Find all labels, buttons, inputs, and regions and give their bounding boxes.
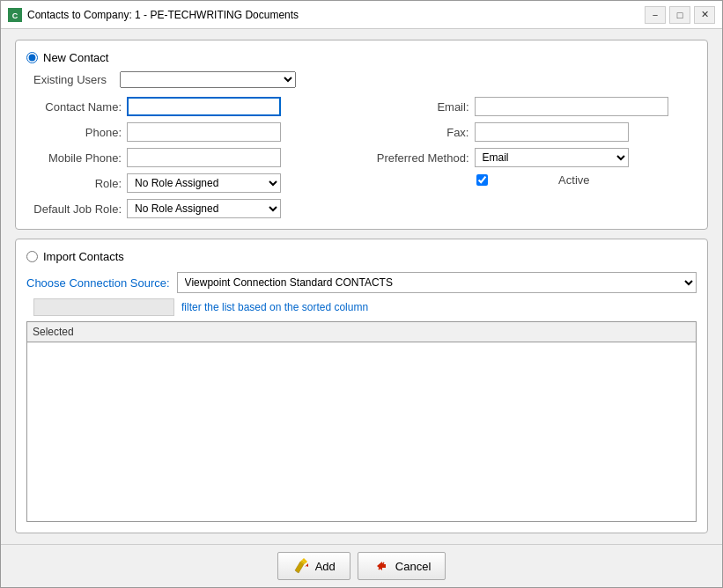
new-contact-label[interactable]: New Contact [43,51,108,64]
active-row: Active [476,173,697,187]
form-left-col: Contact Name: Phone: Mobile Phone: Role: [33,97,358,218]
filter-row: filter the list based on the sorted colu… [33,298,697,316]
preferred-method-row: Preferred Method: Email Phone Fax [373,148,697,167]
maximize-button[interactable]: □ [669,6,690,24]
contact-form: Contact Name: Phone: Mobile Phone: Role: [33,97,697,218]
form-right-col: Email: Fax: Preferred Method: Email Phon… [373,97,697,218]
existing-users-select[interactable] [120,71,296,88]
import-contacts-section: Import Contacts Choose Connection Source… [15,239,708,533]
active-checkbox[interactable] [476,174,488,186]
svg-text:C: C [12,11,18,20]
add-button-label: Add [315,560,336,573]
existing-users-label: Existing Users [33,73,113,86]
cancel-button-label: Cancel [395,560,431,573]
new-contact-section: New Contact Existing Users Contact Name: [15,40,708,230]
fax-input[interactable] [475,122,629,142]
title-bar: C Contacts to Company: 1 - PE-TECHWRITIN… [1,1,722,29]
cancel-button[interactable]: Cancel [358,552,446,580]
mobile-phone-label: Mobile Phone: [33,151,122,165]
new-contact-radio-row: New Contact [26,51,697,64]
cancel-icon [373,557,390,575]
main-window: C Contacts to Company: 1 - PE-TECHWRITIN… [0,0,723,588]
window-title: Contacts to Company: 1 - PE-TECHWRITING … [27,9,299,21]
title-bar-left: C Contacts to Company: 1 - PE-TECHWRITIN… [8,8,299,22]
filter-text: filter the list based on the sorted colu… [181,301,368,313]
title-bar-controls: − □ ✕ [645,6,715,24]
role-row: Role: No Role Assigned [33,173,358,193]
phone-row: Phone: [33,122,358,142]
new-contact-radio[interactable] [26,52,38,63]
filter-input[interactable] [33,298,174,316]
existing-users-row: Existing Users [33,71,697,88]
connection-source-select[interactable]: Viewpoint Connection Standard CONTACTS [177,272,697,293]
default-job-role-select[interactable]: No Role Assigned [127,199,281,218]
phone-label: Phone: [33,126,122,139]
contact-name-label: Contact Name: [33,100,122,114]
contact-name-row: Contact Name: [33,97,358,116]
app-icon: C [8,8,22,22]
import-contacts-label[interactable]: Import Contacts [43,250,124,263]
main-content: New Contact Existing Users Contact Name: [1,29,722,544]
fax-label: Fax: [373,126,469,139]
connection-source-label: Choose Connection Source: [26,276,170,290]
preferred-method-select[interactable]: Email Phone Fax [475,148,629,167]
role-label: Role: [33,177,122,190]
contacts-table: Selected [26,321,697,522]
minimize-button[interactable]: − [645,6,666,24]
role-select[interactable]: No Role Assigned [127,173,281,193]
contact-name-input[interactable] [127,97,281,116]
mobile-phone-input[interactable] [127,148,281,167]
phone-input[interactable] [127,122,281,142]
import-contacts-header: Import Contacts [26,250,697,263]
contacts-table-selected-header: Selected [27,322,696,342]
add-icon [292,557,310,575]
mobile-phone-row: Mobile Phone: [33,148,358,167]
default-job-role-row: Default Job Role: No Role Assigned [33,199,358,218]
import-contacts-radio[interactable] [26,251,38,262]
fax-row: Fax: [373,122,697,142]
bottom-bar: Add Cancel [1,544,722,587]
close-button[interactable]: ✕ [694,6,715,24]
active-label: Active [493,173,590,187]
email-label: Email: [373,100,469,114]
email-row: Email: [373,97,697,116]
connection-source-row: Choose Connection Source: Viewpoint Conn… [26,272,697,293]
default-job-role-label: Default Job Role: [33,202,122,216]
add-button[interactable]: Add [277,552,350,580]
preferred-method-label: Preferred Method: [373,151,469,165]
email-input[interactable] [475,97,668,116]
